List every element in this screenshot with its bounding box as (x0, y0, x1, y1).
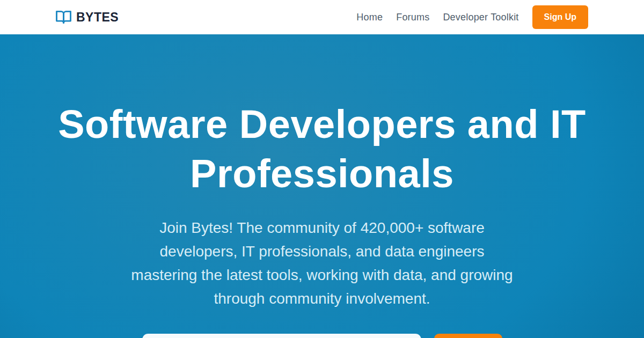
hero-section: Software Developers and IT Professionals… (0, 34, 644, 338)
sign-up-button[interactable]: Sign Up (532, 5, 588, 29)
brand-name: BYTES (76, 10, 119, 25)
hero-subtitle-line-4: through community involvement. (0, 287, 644, 311)
top-navbar: BYTES Home Forums Developer Toolkit Sign… (0, 0, 644, 34)
brand-logo[interactable]: BYTES (56, 10, 119, 25)
signup-form (0, 334, 644, 338)
nav-link-forums[interactable]: Forums (396, 12, 429, 23)
hero-subtitle-line-2: developers, IT professionals, and data e… (0, 240, 644, 263)
hero-subtitle-line-3: mastering the latest tools, working with… (0, 263, 644, 287)
hero-title: Software Developers and IT Professionals (0, 100, 644, 199)
navbar-inner: BYTES Home Forums Developer Toolkit Sign… (56, 0, 588, 34)
nav-links: Home Forums Developer Toolkit Sign Up (356, 5, 588, 29)
hero-subtitle-line-1: Join Bytes! The community of 420,000+ so… (0, 216, 644, 240)
hero-title-line-1: Software Developers and IT (0, 100, 644, 149)
hero-title-line-2: Professionals (0, 149, 644, 199)
hero-subtitle: Join Bytes! The community of 420,000+ so… (0, 216, 644, 311)
nav-link-home[interactable]: Home (356, 12, 383, 23)
open-book-icon (56, 10, 71, 24)
nav-link-developer-toolkit[interactable]: Developer Toolkit (443, 12, 518, 23)
hero-signup-button[interactable] (434, 334, 502, 338)
email-input[interactable] (142, 334, 421, 338)
